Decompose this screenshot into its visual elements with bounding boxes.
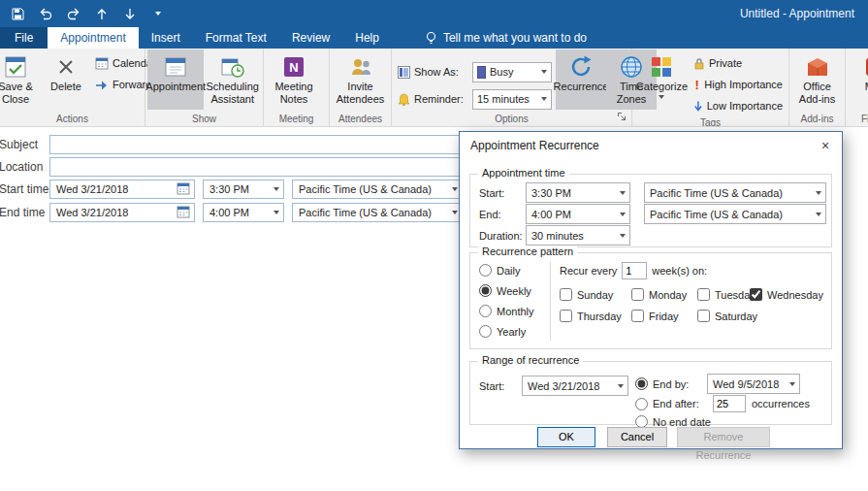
dialog-start-time-value: 3:30 PM xyxy=(531,187,571,199)
dialog-launcher-icon xyxy=(617,112,627,121)
monday-checkbox-input[interactable] xyxy=(631,288,644,301)
day-checkbox-friday[interactable]: Friday xyxy=(631,310,697,322)
saturday-checkbox-input[interactable] xyxy=(697,310,710,322)
date-picker-icon[interactable] xyxy=(177,205,190,220)
day-checkbox-tuesday[interactable]: Tuesday xyxy=(697,288,750,301)
frequency-daily[interactable]: Daily xyxy=(479,264,534,277)
yearly-radio-input[interactable] xyxy=(479,325,492,338)
ribbon-group-options: Show As: Busy Reminder: 15 minutes xyxy=(392,49,632,126)
delete-button[interactable]: Delete xyxy=(41,49,91,110)
dialog-end-timezone-select[interactable]: Pacific Time (US & Canada) xyxy=(644,204,826,224)
monthly-radio-input[interactable] xyxy=(479,305,492,317)
tell-me-box[interactable]: Tell me what you want to do xyxy=(425,27,587,49)
reminder-label: Reminder: xyxy=(414,93,468,105)
range-start-date-select[interactable]: Wed 3/21/2018 xyxy=(522,376,628,396)
redo-button[interactable] xyxy=(66,6,81,21)
thursday-checkbox-input[interactable] xyxy=(560,310,572,322)
options-label-text: Options xyxy=(495,114,528,124)
office-addins-button[interactable]: Office Add-ins xyxy=(791,49,843,110)
save-close-icon xyxy=(3,53,28,81)
weeks-on-label: week(s) on: xyxy=(652,265,707,277)
save-button[interactable] xyxy=(10,6,25,21)
dialog-end-time-value: 4:00 PM xyxy=(531,209,571,220)
start-date-picker[interactable]: Wed 3/21/2018 xyxy=(49,180,195,199)
reminder-bell-icon xyxy=(398,93,410,106)
meeting-notes-button[interactable]: N Meeting Notes xyxy=(266,49,322,110)
arrow-up-icon xyxy=(96,8,108,20)
wednesday-checkbox-input[interactable] xyxy=(750,288,762,301)
previous-item-button[interactable] xyxy=(94,6,110,21)
tab-help[interactable]: Help xyxy=(342,27,392,49)
monday-label: Monday xyxy=(649,289,687,301)
tab-format-text[interactable]: Format Text xyxy=(193,27,279,49)
dialog-title[interactable]: Appointment Recurrence xyxy=(460,132,807,159)
low-importance-button[interactable]: Low Importance xyxy=(690,96,787,115)
dialog-duration-label: Duration: xyxy=(479,230,526,242)
close-button[interactable]: × xyxy=(810,133,841,158)
end-by-radio[interactable]: End by: xyxy=(635,377,707,390)
occurrences-input[interactable] xyxy=(713,395,746,412)
day-checkbox-sunday[interactable]: Sunday xyxy=(560,288,631,301)
customize-qat-button[interactable] xyxy=(150,6,166,21)
group-label-meeting-notes: Meeting Notes xyxy=(266,112,327,126)
remove-recurrence-button: Remove Recurrence xyxy=(677,427,770,447)
ok-button[interactable]: OK xyxy=(537,427,595,447)
tab-file[interactable]: File xyxy=(0,27,48,49)
day-checkbox-thursday[interactable]: Thursday xyxy=(560,310,631,322)
options-dialog-launcher[interactable] xyxy=(617,111,627,125)
high-importance-button[interactable]: ! High Importance xyxy=(690,75,787,94)
show-as-icon xyxy=(398,66,410,79)
frequency-monthly[interactable]: Monthly xyxy=(479,305,534,317)
invite-attendees-button[interactable]: Invite Attendees xyxy=(332,49,389,110)
recurrence-icon xyxy=(568,53,594,81)
dialog-start-timezone-select[interactable]: Pacific Time (US & Canada) xyxy=(644,182,826,203)
undo-button[interactable] xyxy=(38,6,53,21)
weekly-radio-input[interactable] xyxy=(479,284,492,297)
frequency-weekly[interactable]: Weekly xyxy=(479,284,534,297)
start-timezone-select[interactable]: Pacific Time (US & Canada) xyxy=(292,180,463,199)
end-after-label: End after: xyxy=(653,398,707,409)
dialog-start-time-select[interactable]: 3:30 PM xyxy=(526,182,630,203)
dialog-duration-select[interactable]: 30 minutes xyxy=(526,225,630,246)
end-by-date-select[interactable]: Wed 9/5/2018 xyxy=(707,374,800,394)
end-by-radio-input[interactable] xyxy=(635,377,648,390)
day-checkbox-monday[interactable]: Monday xyxy=(631,288,697,301)
frequency-yearly[interactable]: Yearly xyxy=(479,325,534,338)
end-date-picker[interactable]: Wed 3/21/2018 xyxy=(49,203,195,222)
show-as-select[interactable]: Busy xyxy=(472,62,552,82)
tab-insert[interactable]: Insert xyxy=(139,27,193,49)
scheduling-assistant-button[interactable]: Scheduling Assistant xyxy=(204,49,261,110)
end-after-radio[interactable]: End after: xyxy=(635,398,707,410)
day-checkbox-wednesday[interactable]: Wednesday xyxy=(750,288,823,301)
meeting-button-partial[interactable]: Meet xyxy=(848,49,868,110)
daily-radio-input[interactable] xyxy=(479,264,492,277)
ribbon-group-attendees: Invite Attendees Attendees xyxy=(330,49,392,126)
day-checkbox-saturday[interactable]: Saturday xyxy=(697,310,750,322)
group-label-tags: Tags xyxy=(634,115,787,127)
end-after-radio-input[interactable] xyxy=(635,398,648,410)
reminder-select[interactable]: 15 minutes xyxy=(472,89,552,110)
appointment-recurrence-dialog: Appointment Recurrence × Appointment tim… xyxy=(459,131,843,449)
end-time-select[interactable]: 4:00 PM xyxy=(203,203,284,222)
appointment-button[interactable]: Appointment xyxy=(147,49,204,110)
range-start-label: Start: xyxy=(479,380,522,392)
tab-appointment[interactable]: Appointment xyxy=(48,27,138,49)
sunday-checkbox-input[interactable] xyxy=(560,288,572,301)
cancel-button[interactable]: Cancel xyxy=(607,427,667,447)
start-date-value: Wed 3/21/2018 xyxy=(56,183,128,195)
save-close-button[interactable]: Save & Close xyxy=(0,49,41,110)
tab-review[interactable]: Review xyxy=(279,27,342,49)
private-button[interactable]: Private xyxy=(690,53,787,73)
next-item-button[interactable] xyxy=(122,6,138,21)
wednesday-label: Wednesday xyxy=(767,289,823,301)
date-picker-icon[interactable] xyxy=(177,181,190,197)
friday-checkbox-input[interactable] xyxy=(631,310,644,322)
scheduling-assistant-label: Scheduling Assistant xyxy=(206,81,258,105)
categorize-button[interactable]: Categorize xyxy=(634,49,690,110)
recurrence-button[interactable]: Recurrence xyxy=(556,49,606,110)
end-timezone-select[interactable]: Pacific Time (US & Canada) xyxy=(292,203,463,222)
dialog-end-time-select[interactable]: 4:00 PM xyxy=(526,204,630,224)
tuesday-checkbox-input[interactable] xyxy=(697,288,710,301)
recur-interval-input[interactable] xyxy=(622,262,647,279)
start-time-select[interactable]: 3:30 PM xyxy=(203,180,284,199)
